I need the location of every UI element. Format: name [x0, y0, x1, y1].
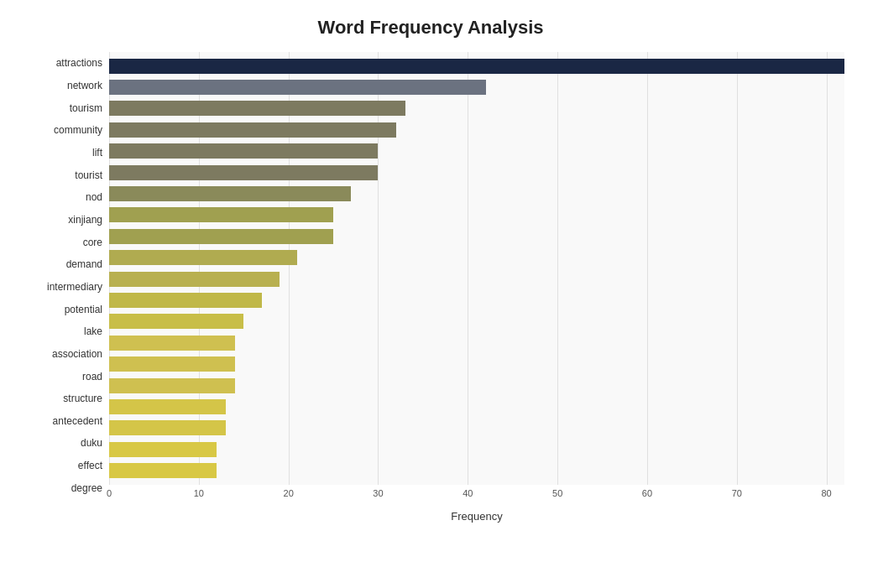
grid-and-bars [109, 52, 844, 485]
bars-section: 01020304050607080 Frequency [109, 52, 844, 523]
x-axis-label: Frequency [109, 510, 844, 523]
bar [109, 463, 217, 478]
y-label: degree [17, 476, 109, 499]
chart-title: Word Frequency Analysis [17, 17, 844, 39]
y-label: structure [17, 388, 109, 410]
y-label: lift [17, 142, 109, 164]
bar-row [109, 78, 844, 96]
y-label: road [17, 365, 109, 388]
bar-row [109, 419, 844, 437]
x-tick: 10 [194, 488, 204, 498]
bar-row [109, 398, 844, 416]
bar [109, 250, 297, 265]
x-tick: 0 [107, 488, 112, 498]
bar [109, 165, 378, 180]
bar [109, 186, 351, 201]
x-tick: 50 [552, 488, 562, 498]
bar-row [109, 440, 844, 459]
x-tick: 80 [822, 488, 832, 498]
bar [109, 293, 262, 308]
bar-row [109, 121, 844, 139]
bar-row [109, 312, 844, 330]
y-label: intermediary [17, 276, 109, 299]
bar-row [109, 99, 844, 117]
y-label: nod [17, 186, 109, 209]
bar [109, 80, 486, 95]
bar [109, 442, 217, 457]
bar [109, 207, 333, 222]
y-label: attractions [17, 52, 109, 75]
x-tick: 40 [463, 488, 473, 498]
bar-row [109, 461, 844, 480]
x-tick: 20 [284, 488, 294, 498]
bar [109, 314, 243, 329]
bar-row [109, 227, 844, 246]
bar [109, 229, 333, 244]
bars-wrapper [109, 52, 844, 485]
y-label: community [17, 119, 109, 142]
bar [109, 420, 226, 435]
y-label: xinjiang [17, 209, 109, 232]
bar-row [109, 355, 844, 373]
bar [109, 143, 378, 159]
y-label: network [17, 75, 109, 97]
bar-row [109, 291, 844, 310]
bar-row [109, 270, 844, 289]
bar-row [109, 164, 844, 182]
y-labels: attractionsnetworktourismcommunityliftto… [17, 52, 109, 523]
y-label: potential [17, 298, 109, 320]
y-label: tourism [17, 96, 109, 119]
bar-row [109, 57, 844, 75]
bar-row [109, 377, 844, 395]
y-label: core [17, 231, 109, 253]
chart-container: Word Frequency Analysis attractionsnetwo… [0, 0, 878, 588]
chart-area: attractionsnetworktourismcommunityliftto… [17, 52, 844, 523]
bar [109, 272, 280, 287]
y-label: lake [17, 320, 109, 343]
bar [109, 101, 405, 116]
y-label: tourist [17, 164, 109, 186]
bar [109, 356, 235, 372]
bar [109, 399, 226, 414]
x-tick: 30 [373, 488, 383, 498]
bar-row [109, 248, 844, 267]
bar-row [109, 185, 844, 203]
y-label: association [17, 343, 109, 366]
bar [109, 336, 235, 351]
y-label: effect [17, 455, 109, 477]
bar-row [109, 206, 844, 224]
x-tick: 60 [642, 488, 652, 498]
y-label: antecedent [17, 410, 109, 433]
bar-row [109, 142, 844, 160]
bar [109, 378, 235, 393]
bar-row [109, 334, 844, 352]
bar [109, 122, 396, 138]
x-axis: 01020304050607080 [109, 485, 844, 508]
x-tick: 70 [732, 488, 742, 498]
y-label: demand [17, 253, 109, 276]
y-label: duku [17, 432, 109, 455]
bar [109, 59, 844, 74]
